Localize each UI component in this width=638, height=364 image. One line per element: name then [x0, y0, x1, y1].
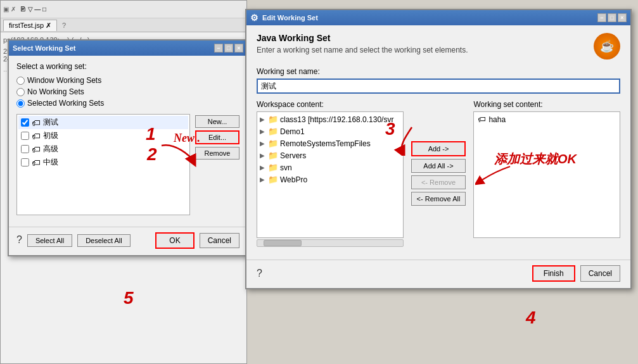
edit-close-button[interactable]: × [618, 13, 627, 22]
tree-item-demo1[interactable]: ▶ 📁 Demo1 [258, 125, 402, 137]
maximize-button[interactable]: □ [224, 44, 233, 53]
edit-dialog-footer: ? Finish Cancel [246, 260, 630, 288]
titlebar-buttons: − □ × [214, 44, 243, 53]
tree-icon-demo1: 📁 [268, 127, 278, 136]
working-set-content-label: Working set content: [473, 100, 620, 109]
radio-no-working-sets[interactable]: No Working Sets [16, 87, 239, 96]
edit-cancel-button[interactable]: Cancel [580, 265, 620, 282]
set-icon-初级: 🏷 [32, 131, 41, 141]
radio-selected-working-sets[interactable]: Selected Working Sets [16, 99, 239, 108]
set-item-初级[interactable]: 🏷 初级 [18, 129, 188, 142]
working-sets-area: 🏷 测试 🏷 初级 🏷 高级 🏷 中级 [16, 114, 239, 215]
edit-button[interactable]: Edit... [195, 130, 239, 144]
tree-item-servers[interactable]: ▶ 📁 Servers [258, 149, 402, 161]
edit-help-icon[interactable]: ? [257, 268, 262, 279]
tree-arrow-webpro: ▶ [260, 176, 266, 183]
tree-item-svn[interactable]: ▶ 📁 svn [258, 161, 402, 173]
ide-toolbar: ▣ ✗ 🖹 ▽ — □ [1, 1, 246, 18]
ws-item-haha[interactable]: 🏷 haha [475, 113, 618, 125]
tree-item-webpro[interactable]: ▶ 📁 WebPro [258, 173, 402, 185]
radio-none-input[interactable] [16, 88, 25, 96]
select-dialog-titlebar: Select Working Set − □ × [9, 41, 247, 56]
checkbox-初级[interactable] [21, 132, 29, 140]
edit-dialog-body: Java Working Set Enter a working set nam… [246, 25, 630, 260]
checkbox-中级[interactable] [21, 158, 29, 166]
edit-dialog-titlebar: ⚙ Edit Working Set − □ × [246, 10, 630, 25]
annotation-4: 4 [526, 308, 536, 328]
ide-tab-bar: firstTest.jsp ✗ ? [1, 18, 246, 32]
tree-icon-webpro: 📁 [268, 175, 278, 184]
working-set-content-panel: Working set content: 🏷 haha [473, 100, 620, 247]
workspace-scrollbar[interactable] [257, 239, 404, 247]
add-all-button[interactable]: Add All -> [411, 159, 466, 173]
cancel-button[interactable]: Cancel [200, 233, 239, 248]
ok-button[interactable]: OK [155, 232, 194, 249]
radio-group: Window Working Sets No Working Sets Sele… [16, 76, 239, 108]
tree-icon-servers: 📁 [268, 151, 278, 160]
select-dialog-body: Select a working set: Window Working Set… [9, 56, 247, 227]
edit-maximize-button[interactable]: □ [608, 13, 616, 22]
set-item-中级[interactable]: 🏷 中级 [18, 156, 188, 169]
tree-arrow-svn: ▶ [260, 164, 266, 171]
add-button[interactable]: Add -> [411, 141, 466, 156]
footer-left-buttons: ? Select All Deselect All [16, 234, 155, 247]
tree-item-class13[interactable]: ▶ 📁 class13 [https://192.168.0.130/svr [258, 113, 402, 125]
ide-tab[interactable]: firstTest.jsp ✗ [3, 20, 57, 31]
edit-header: Java Working Set Enter a working set nam… [257, 33, 620, 60]
checkbox-高级[interactable] [21, 145, 29, 153]
tree-icon-class13: 📁 [268, 115, 278, 124]
tree-arrow-remotesystems: ▶ [260, 140, 266, 147]
sets-action-buttons: New... Edit... Remove [195, 114, 239, 215]
radio-window-input[interactable] [16, 77, 25, 85]
workspace-content-tree[interactable]: ▶ 📁 class13 [https://192.168.0.130/svr ▶… [257, 111, 404, 238]
edit-minimize-button[interactable]: − [597, 13, 606, 22]
tree-icon-remotesystems: 📁 [268, 139, 278, 148]
tree-arrow-demo1: ▶ [260, 128, 266, 135]
select-dialog-title: Select Working Set [13, 44, 75, 52]
set-icon-中级: 🏷 [32, 158, 41, 168]
edit-dialog-title: Edit Working Set [262, 14, 318, 22]
content-area: Workspace content: ▶ 📁 class13 [https://… [257, 100, 620, 247]
java-working-set-desc: Enter a working set name and select the … [257, 46, 468, 54]
select-all-button[interactable]: Select All [27, 234, 72, 247]
working-set-content-list[interactable]: 🏷 haha [473, 111, 620, 238]
edit-header-text: Java Working Set Enter a working set nam… [257, 33, 468, 54]
java-icon: ☕ [594, 33, 620, 60]
remove-button[interactable]: Remove [195, 147, 239, 160]
workspace-content-panel: Workspace content: ▶ 📁 class13 [https://… [257, 100, 404, 247]
radio-window-working-sets[interactable]: Window Working Sets [16, 76, 239, 85]
set-icon-测试: 🏷 [32, 118, 41, 128]
select-dialog-footer: ? Select All Deselect All OK Cancel [9, 227, 247, 255]
close-button[interactable]: × [234, 44, 243, 53]
tree-arrow-servers: ▶ [260, 152, 266, 159]
minimize-button[interactable]: − [214, 44, 223, 53]
edit-working-set-dialog: ⚙ Edit Working Set − □ × Java Working Se… [245, 9, 632, 289]
workspace-content-label: Workspace content: [257, 100, 404, 109]
tree-icon-svn: 📁 [268, 163, 278, 172]
edit-footer-buttons: Finish Cancel [532, 265, 620, 282]
scrollbar-thumb[interactable] [264, 240, 302, 246]
radio-selected-input[interactable] [16, 99, 25, 108]
name-field-label: Working set name: [257, 67, 620, 76]
remove-button[interactable]: <- Remove [411, 175, 466, 189]
ws-icon-haha: 🏷 [478, 115, 486, 124]
select-prompt: Select a working set: [16, 62, 239, 71]
working-set-name-input[interactable] [257, 78, 620, 94]
tree-item-remotesystems[interactable]: ▶ 📁 RemoteSystemsTempFiles [258, 137, 402, 149]
new-dot-annotation: New . [174, 132, 200, 145]
select-working-set-dialog: Select Working Set − □ × Select a workin… [8, 39, 248, 256]
sets-list[interactable]: 🏷 测试 🏷 初级 🏷 高级 🏷 中级 [16, 114, 190, 215]
set-icon-高级: 🏷 [32, 144, 41, 154]
checkbox-测试[interactable] [21, 118, 29, 127]
footer-right-buttons: OK Cancel [155, 232, 239, 249]
set-item-测试[interactable]: 🏷 测试 [18, 116, 188, 129]
help-icon[interactable]: ? [16, 234, 22, 247]
remove-all-button[interactable]: <- Remove All [411, 192, 466, 206]
new-button[interactable]: New... [195, 115, 239, 128]
java-working-set-title: Java Working Set [257, 33, 468, 43]
deselect-all-button[interactable]: Deselect All [77, 234, 130, 247]
set-item-高级[interactable]: 🏷 高级 [18, 142, 188, 156]
tree-arrow-class13: ▶ [260, 116, 266, 123]
finish-button[interactable]: Finish [532, 265, 575, 282]
transfer-buttons: Add -> Add All -> <- Remove <- Remove Al… [409, 100, 469, 247]
